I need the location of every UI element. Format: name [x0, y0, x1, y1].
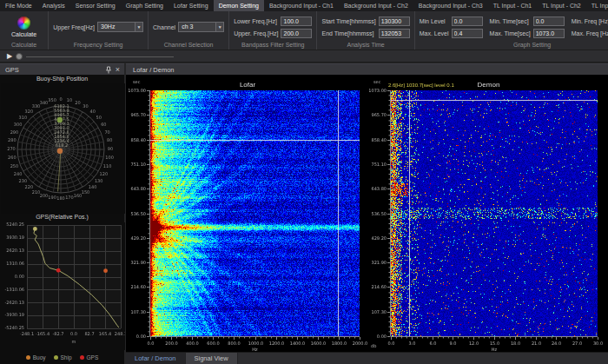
lofar-demon-panel-header: Lofar / Demon: [126, 63, 608, 75]
lofar-spectrogram[interactable]: [126, 75, 369, 352]
bottom-tab-bar: Lofar / Demon Signal View: [126, 352, 608, 364]
gps-panel-header: GPS ×: [0, 63, 124, 75]
ribbon-group-bandpass: Lower Freq.[Hz] Upper. Freq.[Hz] Bandpas…: [229, 11, 317, 50]
playback-bar: ▶: [0, 50, 608, 63]
legend-item-gps: GPS: [80, 354, 99, 361]
gps-chart-legend: Buoy Ship GPS: [0, 350, 124, 364]
menu-tab-analysis[interactable]: Analysis: [37, 0, 70, 11]
ribbon-group-channel: Channel ch 3 ▼ Channel Selection: [149, 11, 229, 50]
channel-dropdown[interactable]: ch 3 ▼: [178, 22, 224, 32]
max-time-label: Max. Time[sec]: [490, 30, 531, 36]
menu-tab-lofar-setting[interactable]: Lofar Setting: [169, 0, 214, 11]
menu-tab-graph-setting[interactable]: Graph Setting: [121, 0, 169, 11]
start-time-input[interactable]: [379, 17, 410, 26]
start-time-label: Start Time[hhmmss]: [321, 18, 375, 24]
gps-dot-icon: [80, 355, 84, 360]
group-label-channel: Channel Selection: [153, 41, 224, 50]
ribbon: Calculate Calculate Upper Freq[Hz] 30Hz …: [0, 11, 608, 50]
lofar-chart-title: Lofar: [126, 81, 369, 89]
tab-signal-view[interactable]: Signal View: [186, 353, 238, 364]
upper-freq-input[interactable]: [281, 29, 312, 38]
playback-slider-track[interactable]: [26, 56, 174, 57]
min-time-label: Min. Time[sec]: [490, 18, 531, 24]
chevron-down-icon: ▼: [215, 23, 223, 31]
group-label-calculate: Calculate: [4, 41, 43, 50]
menu-tab-background-input-ch2[interactable]: Background Input - Ch2: [339, 0, 413, 11]
min-level-label: Min Level: [420, 18, 449, 24]
max-level-label: Max. Level: [420, 30, 449, 36]
legend-item-ship: Ship: [54, 354, 72, 361]
channel-label: Channel: [153, 24, 175, 30]
group-label-analysis-time: Analysis Time: [321, 41, 409, 50]
close-icon[interactable]: ×: [116, 66, 120, 74]
gps-panel-title: GPS: [5, 66, 19, 74]
menu-tab-tl-input-ch2[interactable]: TL Input - Ch2: [537, 0, 586, 11]
min-time-input[interactable]: [533, 17, 565, 26]
ribbon-group-analysis-time: Start Time[hhmmss] End Time[hhmmss] Anal…: [317, 11, 414, 50]
lower-freq-input[interactable]: [281, 17, 312, 26]
max-freq-label: Max. Freq [Hz]: [572, 30, 608, 36]
lower-freq-label: Lower Freq.[Hz]: [234, 18, 278, 24]
polar-chart-title: Buoy-Ship Position: [0, 76, 124, 82]
pin-icon[interactable]: [105, 66, 112, 74]
max-level-input[interactable]: [452, 29, 483, 38]
ship-dot-icon: [54, 355, 58, 360]
end-time-input[interactable]: [379, 29, 410, 38]
menu-tab-sensor-setting[interactable]: Sensor Setting: [70, 0, 121, 11]
menu-tab-background-input-ch3[interactable]: Background Input - Ch3: [413, 0, 488, 11]
application-window: File Mode Analysis Sensor Setting Graph …: [0, 0, 608, 364]
play-button[interactable]: ▶: [7, 52, 12, 60]
lofar-demon-panel-title: Lofar / Demon: [133, 66, 175, 74]
ribbon-group-graph-setting: Min Level Max. Level Min. Time[sec]: [415, 11, 608, 50]
ribbon-tab-bar: File Mode Analysis Sensor Setting Graph …: [0, 0, 608, 11]
relative-pos-chart-title: GPS(Relative Pos.): [0, 214, 124, 220]
group-label-bandpass: Bandpass Filter Setting: [234, 41, 312, 50]
calculate-button[interactable]: Calculate: [4, 16, 43, 38]
menu-tab-tl-input-ch3[interactable]: TL Input - Ch3: [586, 0, 608, 11]
menu-tab-background-input-ch1[interactable]: Background Input - Ch1: [264, 0, 339, 11]
min-freq-label: Min. Freq [Hz]: [572, 18, 608, 24]
demon-cursor-readout: 2.6[Hz] 1030.7[sec] level 0.1: [388, 83, 454, 88]
ribbon-group-calculate: Calculate Calculate: [0, 11, 49, 50]
end-time-label: End Time[hhmmss]: [321, 30, 375, 36]
channel-dropdown-value: ch 3: [179, 23, 215, 31]
buoy-ship-polar-chart[interactable]: [1, 83, 125, 214]
upper-freq-label: Upper Freq[Hz]: [53, 24, 95, 30]
tab-lofar-demon[interactable]: Lofar / Demon: [126, 353, 186, 364]
color-wheel-icon: [17, 17, 30, 30]
legend-item-buoy: Buoy: [26, 354, 46, 361]
max-time-input[interactable]: [533, 29, 565, 38]
upper-freq-dropdown[interactable]: 30Hz ▼: [97, 22, 143, 32]
ribbon-group-frequency: Upper Freq[Hz] 30Hz ▼ Frequency Setting: [49, 11, 149, 50]
min-level-input[interactable]: [452, 17, 483, 26]
chevron-down-icon: ▼: [135, 23, 142, 31]
demon-spectrogram[interactable]: [369, 75, 608, 352]
gps-relative-chart[interactable]: [1, 222, 125, 350]
group-label-graph-setting: Graph Setting: [420, 41, 608, 50]
upper-freq-input-label: Upper. Freq.[Hz]: [234, 30, 278, 36]
menu-tab-file-mode[interactable]: File Mode: [0, 0, 37, 11]
menu-tab-tl-input-ch1[interactable]: TL Input - Ch1: [488, 0, 538, 11]
upper-freq-dropdown-value: 30Hz: [98, 23, 135, 31]
playback-slider-knob[interactable]: [16, 53, 23, 60]
menu-tab-demon-setting[interactable]: Demon Setting: [214, 0, 264, 11]
buoy-dot-icon: [26, 355, 30, 360]
calculate-button-label: Calculate: [11, 31, 36, 37]
group-label-frequency: Frequency Setting: [53, 41, 143, 50]
